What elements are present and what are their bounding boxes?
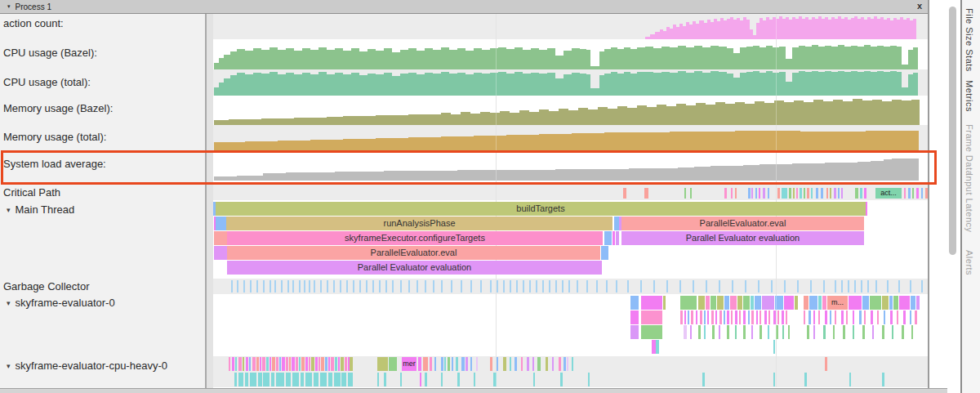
track-label-skyframe-evaluator-cpu-heavy-0[interactable]: ▾skyframe-evaluator-cpu-heavy-0 [7, 360, 167, 372]
row-band-critical-path [207, 185, 929, 200]
label-chart-divider[interactable] [205, 14, 207, 388]
trace-slice-parallel-evaluator-evaluation[interactable]: Parallel Evaluator evaluation [227, 261, 602, 275]
trace-slice-skyframeexecutor-configuretargets[interactable]: skyframeExecutor.configureTargets [227, 231, 603, 245]
trace-slice-parallelevaluator-eval[interactable]: ParallelEvaluator.eval [227, 246, 600, 260]
right-tab-strip: File Size StatsMetricsFrame DataInput La… [960, 0, 980, 393]
track-label-action-count: action count: [3, 17, 64, 29]
track-label-critical-path: Critical Path [3, 186, 60, 199]
trace-slice-runanalysisphase[interactable]: runAnalysisPhase [226, 217, 612, 230]
track-label-text-action-count: action count: [3, 17, 64, 29]
row-band-mem-bazel [207, 96, 929, 125]
panel-right-border [928, 0, 929, 388]
timeline-start-gutter [207, 14, 213, 388]
tab-metrics[interactable]: Metrics [964, 80, 974, 112]
trace-badge-m[interactable]: m... [827, 296, 848, 310]
row-band-action-count [207, 14, 929, 39]
trace-slice-buildtargets[interactable]: buildTargets [216, 202, 866, 216]
vertical-scrollbar-thumb[interactable] [949, 7, 956, 255]
track-label-mem-total: Memory usage (total): [3, 131, 106, 143]
expand-arrow-icon[interactable]: ▾ [7, 299, 11, 307]
process-title: Process 1 [16, 2, 51, 11]
trace-slice-parallelevaluator-eval[interactable]: ParallelEvaluator.eval [621, 217, 864, 230]
trace-viewer: ▾ Process 1 x act...buildTargetsrunAnaly… [0, 0, 980, 393]
track-label-text-skyframe-evaluator-cpu-heavy-0: skyframe-evaluator-cpu-heavy-0 [16, 360, 167, 372]
track-label-main-thread[interactable]: ▾Main Thread [7, 203, 74, 216]
trace-slice-parallel-evaluator-evaluation[interactable]: Parallel Evaluator evaluation [621, 231, 864, 245]
track-label-text-cpu-bazel: CPU usage (Bazel): [3, 47, 97, 59]
track-label-skyframe-evaluator-0[interactable]: ▾skyframe-evaluator-0 [7, 297, 115, 309]
collapse-arrow-icon[interactable]: ▾ [7, 3, 11, 10]
tab-frame-data[interactable]: Frame Data [964, 124, 974, 176]
row-band-mem-total [207, 125, 929, 151]
highlight-rectangle [1, 150, 937, 185]
track-label-garbage-collector: Garbage Collector [3, 280, 90, 293]
track-label-cpu-total: CPU usage (total): [3, 76, 91, 88]
track-label-text-mem-bazel: Memory usage (Bazel): [3, 102, 113, 114]
track-label-column [0, 14, 205, 388]
track-label-text-main-thread: Main Thread [16, 203, 75, 216]
track-label-text-skyframe-evaluator-0: skyframe-evaluator-0 [16, 297, 115, 309]
track-label-mem-bazel: Memory usage (Bazel): [3, 102, 113, 114]
row-band-garbage-collector [207, 279, 929, 294]
process-header[interactable]: ▾ Process 1 x [0, 0, 928, 14]
row-band-skyframe-evaluator-0 [207, 294, 929, 356]
row-band-cpu-bazel [207, 39, 929, 69]
close-button[interactable]: x [917, 1, 922, 11]
trace-badge-mer[interactable]: mer [402, 357, 416, 371]
row-band-skyframe-evaluator-cpu-heavy-0 [207, 356, 929, 387]
track-label-text-cpu-total: CPU usage (total): [3, 76, 91, 88]
horizontal-scrollbar[interactable] [0, 388, 947, 393]
tab-alerts[interactable]: Alerts [964, 250, 974, 275]
tab-file-size-stats[interactable]: File Size Stats [964, 8, 974, 72]
row-band-cpu-total [207, 69, 929, 96]
track-label-text-mem-total: Memory usage (total): [3, 131, 106, 143]
track-label-text-garbage-collector: Garbage Collector [3, 280, 90, 293]
track-label-text-critical-path: Critical Path [3, 186, 60, 199]
tab-input-latency[interactable]: Input Latency [964, 173, 974, 233]
expand-arrow-icon[interactable]: ▾ [7, 362, 11, 370]
expand-arrow-icon[interactable]: ▾ [7, 206, 11, 214]
track-label-cpu-bazel: CPU usage (Bazel): [3, 47, 97, 59]
trace-badge-act[interactable]: act... [875, 188, 902, 199]
